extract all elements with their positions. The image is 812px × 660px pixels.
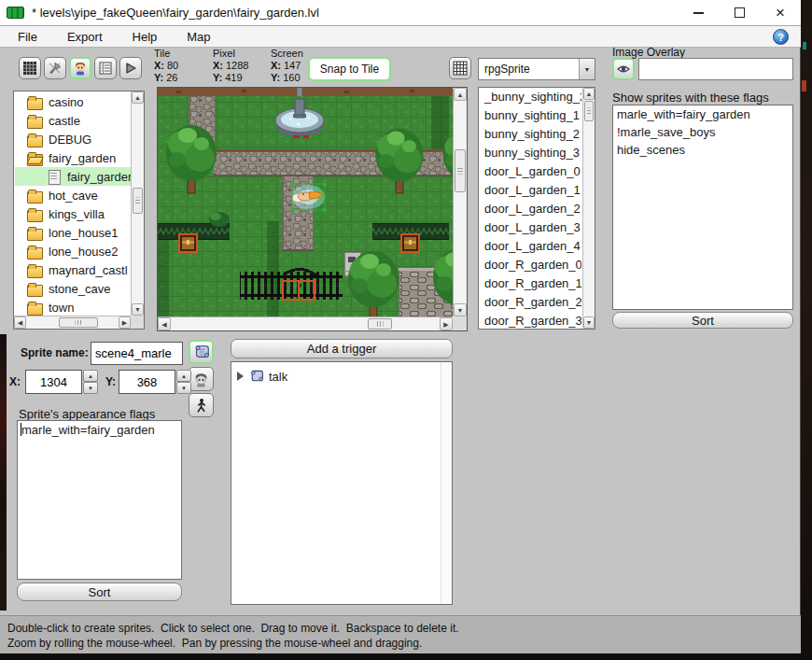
tree-item[interactable]: kings_villa xyxy=(15,204,131,223)
chevron-down-icon[interactable]: ▼ xyxy=(579,59,595,79)
appearance-flags-textarea[interactable]: marle_with=fairy_garden xyxy=(17,420,182,580)
tree-vertical-scrollbar[interactable]: ▲ ▼ xyxy=(131,91,144,316)
scroll-thumb[interactable] xyxy=(133,188,143,214)
coord-readout: Screen X:147 Y:160 xyxy=(271,48,303,84)
chest-sprite-right[interactable] xyxy=(401,234,419,252)
walk-button[interactable] xyxy=(189,393,214,417)
grid-icon xyxy=(453,61,468,76)
add-trigger-button[interactable]: Add a trigger xyxy=(231,339,453,358)
sprite-list-item[interactable]: bunny_sighting_2 xyxy=(480,125,581,144)
trigger-item[interactable]: talk xyxy=(231,366,452,386)
image-overlay-input[interactable] xyxy=(638,58,793,80)
scroll-thumb[interactable] xyxy=(455,149,466,192)
scroll-up-button[interactable]: ▲ xyxy=(132,91,144,104)
spin-down-button[interactable]: ▼ xyxy=(83,382,98,394)
tree-item-label: kings_villa xyxy=(49,207,105,221)
tree-item[interactable]: fairy_garden xyxy=(15,167,131,186)
grid-tool-button[interactable] xyxy=(19,57,41,79)
chest-sprite-left[interactable] xyxy=(179,234,197,252)
tree-item[interactable]: castle xyxy=(15,111,131,130)
scroll-thumb[interactable] xyxy=(584,101,594,121)
flags-sort-button[interactable]: Sort xyxy=(612,312,793,329)
script-button[interactable] xyxy=(189,340,214,364)
sprite-list-item[interactable]: bunny_sighting_3 xyxy=(480,144,581,162)
tree-item[interactable]: town xyxy=(15,298,131,316)
scroll-left-button[interactable]: ◀ xyxy=(158,317,171,330)
scroll-down-button[interactable]: ▼ xyxy=(454,303,467,316)
help-icon[interactable]: ? xyxy=(773,29,789,45)
flag-item[interactable]: marle_with=fairy_garden xyxy=(613,105,792,123)
tile-tool-button[interactable] xyxy=(44,57,66,79)
map-grid-toggle-button[interactable] xyxy=(449,57,471,79)
properties-tool-button[interactable] xyxy=(94,57,117,79)
tree-item[interactable]: stone_cave xyxy=(15,279,131,298)
sprite-name-input[interactable] xyxy=(91,342,183,365)
menu-item[interactable]: Help xyxy=(120,28,170,46)
tree-horizontal-scrollbar[interactable]: ◀ ▶ xyxy=(14,316,131,329)
minimize-button[interactable] xyxy=(678,0,719,25)
close-button[interactable]: × xyxy=(760,0,801,25)
overlay-visibility-button[interactable] xyxy=(612,58,635,80)
flags-filter-label: Show sprites with these flags xyxy=(612,91,769,105)
sprite-tool-button[interactable] xyxy=(69,57,91,79)
sprite-list-scrollbar[interactable]: ▲ ▼ xyxy=(582,88,595,329)
spin-down-button[interactable]: ▼ xyxy=(176,382,191,394)
tree-item[interactable]: casino xyxy=(15,92,131,111)
scroll-down-button[interactable]: ▼ xyxy=(132,303,144,316)
spin-up-button[interactable]: ▲ xyxy=(83,370,98,382)
expand-arrow-icon[interactable] xyxy=(237,372,244,381)
sprite-list-item[interactable]: _bunny_sighting_2 xyxy=(480,88,581,106)
tree-item[interactable]: fairy_garden xyxy=(15,148,131,167)
menu-item[interactable]: Export xyxy=(55,28,115,46)
sprite-list-item[interactable]: bunny_sighting_1 xyxy=(480,106,581,125)
scroll-left-button[interactable]: ◀ xyxy=(14,316,26,329)
sprite-list-item[interactable]: door_L_garden_0 xyxy=(480,162,581,181)
tree-item[interactable]: lone_house2 xyxy=(15,242,131,260)
tree-item[interactable]: DEBUG xyxy=(15,130,131,148)
sprite-list-item[interactable]: door_L_garden_3 xyxy=(480,218,581,237)
sprite-list-item[interactable]: door_R_garden_2 xyxy=(480,293,581,312)
scroll-right-button[interactable]: ▶ xyxy=(119,316,131,329)
status-bar: Double-click to create sprites. Click to… xyxy=(0,615,801,653)
tree-item[interactable]: lone_house1 xyxy=(15,223,131,242)
sprite-x-input[interactable] xyxy=(25,370,82,394)
sprite-list-item[interactable]: door_L_garden_2 xyxy=(480,200,581,218)
sprite-type-dropdown[interactable]: rpgSprite ▼ xyxy=(478,58,595,80)
appearance-flags-label: Sprite's appearance flags xyxy=(19,407,155,421)
sprite-list-item[interactable]: door_L_garden_4 xyxy=(480,237,581,256)
tree-item[interactable]: hot_cave xyxy=(15,186,131,204)
trigger-scroll-track[interactable] xyxy=(441,362,452,604)
maximize-button[interactable] xyxy=(719,0,760,25)
portrait-button[interactable] xyxy=(189,367,214,391)
coord-readout: Tile X:80 Y:26 xyxy=(154,48,213,84)
snap-to-tile-button[interactable]: Snap to Tile xyxy=(308,57,391,81)
folder-icon xyxy=(27,301,44,315)
scroll-thumb[interactable] xyxy=(368,318,392,330)
sprite-list-item[interactable]: door_R_garden_3 xyxy=(480,312,581,328)
flag-item[interactable]: !marle_save_boys xyxy=(613,123,792,141)
scroll-right-button[interactable]: ▶ xyxy=(440,317,453,330)
tree-item[interactable]: maynard_castl xyxy=(15,260,131,279)
play-tool-button[interactable] xyxy=(119,57,142,79)
scroll-up-button[interactable]: ▲ xyxy=(583,88,595,100)
sprite-y-input[interactable] xyxy=(119,370,175,394)
menu-item[interactable]: Map xyxy=(175,28,222,46)
folder-icon xyxy=(27,95,44,109)
sprite-list-item[interactable]: door_R_garden_0 xyxy=(480,256,581,274)
sprite-list-item[interactable]: door_L_garden_1 xyxy=(480,181,581,200)
scroll-down-button[interactable]: ▼ xyxy=(583,316,595,329)
scroll-up-button[interactable]: ▲ xyxy=(454,88,467,101)
sprite-list-item[interactable]: door_R_garden_1 xyxy=(480,274,581,293)
desktop-speck xyxy=(802,80,806,91)
map-vertical-scrollbar[interactable]: ▲ ▼ xyxy=(453,88,467,316)
folder-icon xyxy=(27,226,44,240)
app-icon xyxy=(7,7,24,19)
flag-item[interactable]: hide_scenes xyxy=(613,141,792,159)
scroll-icon xyxy=(249,369,264,384)
scroll-thumb[interactable] xyxy=(59,317,98,328)
spin-up-button[interactable]: ▲ xyxy=(176,370,191,382)
appearance-sort-button[interactable]: Sort xyxy=(17,583,182,601)
map-canvas[interactable] xyxy=(158,88,454,318)
menu-item[interactable]: File xyxy=(6,28,49,46)
map-horizontal-scrollbar[interactable]: ◀ ▶ xyxy=(158,316,453,330)
